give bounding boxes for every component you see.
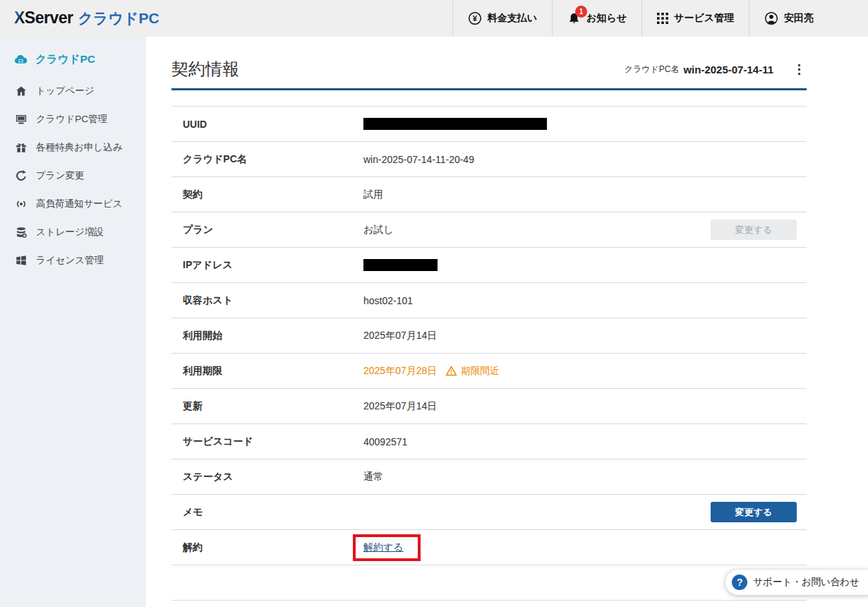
user-circle-icon — [764, 11, 778, 25]
sidebar-item-label: ライセンス管理 — [36, 254, 104, 267]
table-row-service-code: サービスコード 40092571 — [171, 424, 807, 459]
sidebar-item-license[interactable]: ライセンス管理 — [0, 246, 146, 275]
memo-change-button[interactable]: 変更する — [711, 502, 797, 522]
logo-product-text: クラウドPC — [78, 8, 159, 28]
table-row-uuid: UUID — [171, 107, 807, 142]
database-icon — [15, 226, 28, 239]
sidebar-item-label: プラン変更 — [36, 169, 84, 182]
table-row-expiry-date: 利用期限 2025年07月28日 期限間近 — [171, 354, 807, 389]
redacted-uuid-value — [363, 118, 547, 130]
nav-billing[interactable]: ¥ 料金支払い — [452, 0, 552, 37]
expiry-warning-badge: 期限間近 — [445, 365, 499, 378]
nav-service-management-label: サービス管理 — [674, 12, 734, 25]
sidebar-item-label: 高負荷通知サービス — [36, 198, 122, 210]
app-logo[interactable]: XServer クラウドPC — [14, 8, 159, 28]
refresh-icon — [15, 169, 28, 182]
cloudpc-name-label: クラウドPC名 — [625, 64, 680, 76]
table-row-memo: メモ 変更する — [171, 495, 807, 530]
cloudpc-name-value: win-2025-07-14-11 — [683, 64, 773, 76]
kebab-menu-icon[interactable] — [792, 62, 807, 77]
support-label: サポート・お問い合わせ — [753, 576, 860, 589]
sidebar: クラウドPC トップページ クラウドPC管理 各種特典お申し込み プラン変更 高… — [0, 37, 146, 607]
redacted-ip-value — [363, 259, 438, 271]
nav-account-label: 安田亮 — [784, 12, 814, 25]
cancel-contract-link[interactable]: 解約する — [363, 541, 404, 553]
sidebar-home-label: クラウドPC — [35, 52, 95, 67]
notification-badge: 1 — [575, 6, 587, 18]
sidebar-item-label: ストレージ増設 — [36, 226, 104, 239]
broadcast-icon — [15, 198, 28, 210]
home-icon — [15, 85, 28, 97]
cloud-pc-icon — [13, 52, 28, 67]
sidebar-item-top-page[interactable]: トップページ — [0, 77, 146, 105]
desktop-icon — [15, 113, 28, 126]
sidebar-item-benefits[interactable]: 各種特典お申し込み — [0, 133, 146, 162]
nav-service-management[interactable]: サービス管理 — [641, 0, 749, 37]
sidebar-item-cloudpc-manage[interactable]: クラウドPC管理 — [0, 105, 146, 133]
title-underline — [171, 88, 807, 90]
gift-icon — [15, 141, 28, 154]
sidebar-item-cloudpc-home[interactable]: クラウドPC — [0, 37, 146, 77]
sidebar-item-plan-change[interactable]: プラン変更 — [0, 162, 146, 190]
header-nav: ¥ 料金支払い 1 お知らせ サービス管理 安田亮 — [452, 0, 828, 37]
nav-account[interactable]: 安田亮 — [749, 0, 828, 37]
table-row-cloudpc-name: クラウドPC名 win-2025-07-14-11-20-49 — [171, 142, 807, 177]
cancel-link-highlight-box: 解約する — [353, 534, 421, 561]
svg-text:¥: ¥ — [473, 14, 478, 23]
table-row-empty — [171, 565, 807, 601]
expiry-date-value: 2025年07月28日 — [363, 365, 437, 378]
support-contact-button[interactable]: ? サポート・お問い合わせ — [725, 570, 868, 595]
top-header: XServer クラウドPC ¥ 料金支払い 1 お知らせ サービス管理 — [0, 0, 868, 37]
nav-notifications[interactable]: 1 お知らせ — [552, 0, 641, 37]
sidebar-item-label: 各種特典お申し込み — [36, 141, 122, 154]
bell-icon: 1 — [567, 12, 581, 25]
table-row-plan: プラン お試し 変更する — [171, 212, 807, 248]
table-row-ip-address: IPアドレス — [171, 248, 807, 283]
table-row-host: 収容ホスト host02-101 — [171, 283, 807, 318]
page-title: 契約情報 — [171, 58, 239, 80]
main-content: 契約情報 クラウドPC名 win-2025-07-14-11 UUID クラウド… — [146, 37, 868, 607]
question-icon: ? — [732, 575, 747, 590]
table-row-start-date: 利用開始 2025年07月14日 — [171, 318, 807, 354]
table-row-status: ステータス 通常 — [171, 459, 807, 495]
expiry-warning-text: 期限間近 — [461, 365, 499, 378]
plan-change-button[interactable]: 変更する — [711, 220, 797, 240]
sidebar-item-load-notify[interactable]: 高負荷通知サービス — [0, 190, 146, 218]
nav-billing-label: 料金支払い — [488, 12, 537, 25]
logo-brand-rest: Server — [25, 8, 73, 27]
grid-icon — [657, 13, 668, 24]
table-row-cancel: 解約 解約する — [171, 530, 807, 565]
sidebar-item-label: トップページ — [36, 85, 95, 97]
cloudpc-name-meta: クラウドPC名 win-2025-07-14-11 — [625, 64, 773, 76]
nav-notifications-label: お知らせ — [586, 12, 627, 25]
windows-icon — [15, 254, 28, 267]
logo-brand-text: XServer — [14, 8, 73, 28]
table-row-contract: 契約 試用 — [171, 177, 807, 212]
sidebar-item-storage[interactable]: ストレージ増設 — [0, 218, 146, 246]
yen-circle-icon: ¥ — [468, 11, 482, 25]
sidebar-item-label: クラウドPC管理 — [36, 113, 107, 126]
warning-triangle-icon — [445, 365, 457, 377]
contract-info-table: UUID クラウドPC名 win-2025-07-14-11-20-49 契約 … — [171, 106, 807, 601]
table-row-renewal: 更新 2025年07月14日 — [171, 389, 807, 424]
